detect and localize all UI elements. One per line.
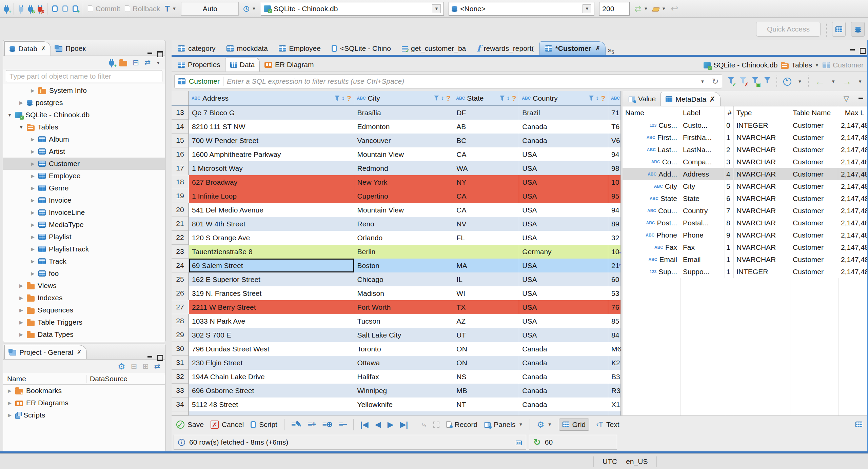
cell-address[interactable]: 162 E Superior Street <box>189 272 354 286</box>
cell-state[interactable]: ON <box>453 356 519 370</box>
metadata-row-fax[interactable]: ABCFaxFax1NVARCHARCustomer2,147,483 <box>623 241 867 253</box>
row-number[interactable]: 23 <box>172 245 189 259</box>
row-number[interactable]: 14 <box>172 120 189 134</box>
tree-item-sqlite-chinook-db[interactable]: ▼SQLite - Chinook.db <box>3 109 165 121</box>
metadata-type[interactable]: NVARCHAR <box>734 217 790 229</box>
metadata-row-lastna[interactable]: ABCLast...LastNa...2NVARCHARCustomer2,14… <box>623 144 867 156</box>
metadata-max-length[interactable]: 2,147,483 <box>838 205 867 217</box>
row-number[interactable]: 27 <box>172 300 189 314</box>
metadata-type[interactable]: INTEGER <box>734 266 790 278</box>
dbeaver-perspective-button[interactable] <box>851 22 865 37</box>
metadata-name[interactable]: ABCState <box>623 192 680 205</box>
metadata-table-name[interactable]: Customer <box>790 131 838 144</box>
cell-city[interactable]: Tucson <box>354 314 454 328</box>
new-sql-script-icon[interactable]: + <box>73 5 78 12</box>
cell-extra[interactable]: V6 <box>608 134 620 147</box>
navigator-filter-input[interactable]: Type part of object name to filter <box>6 70 162 82</box>
cell-state[interactable]: AB <box>453 120 519 134</box>
cell-extra[interactable]: 84 <box>608 328 620 342</box>
tab-database-navigator[interactable]: Datab ✗ <box>4 41 51 56</box>
metadata-table-name[interactable]: Customer <box>790 241 838 253</box>
custom-filter-icon[interactable] <box>764 77 770 85</box>
metadata-name[interactable]: ABCCo... <box>623 156 680 168</box>
metadata-name[interactable]: ABCAdd... <box>623 168 680 180</box>
metadata-max-length[interactable]: 2,147,483 <box>838 131 867 144</box>
cell-state[interactable] <box>453 245 519 259</box>
metadata-max-length[interactable]: 2,147,483 <box>838 144 867 156</box>
filter-funnel-icon[interactable] <box>434 96 439 101</box>
cell-city[interactable]: Reno <box>354 217 454 231</box>
tree-item-employee[interactable]: ▶Employee <box>3 170 165 182</box>
tab-value[interactable]: Value <box>624 92 660 106</box>
cell-city[interactable]: Cupertino <box>354 189 454 203</box>
tree-item-playlist[interactable]: ▶Playlist <box>3 231 165 243</box>
cell[interactable] <box>189 411 354 415</box>
cell-city[interactable]: Berlin <box>354 245 454 259</box>
rollback-button[interactable]: Rollback <box>125 5 160 13</box>
metadata-label[interactable]: Postal... <box>680 217 725 229</box>
metadata-row-city[interactable]: ABCCityCity5NVARCHARCustomer2,147,483 <box>623 180 867 192</box>
metadata-name[interactable]: ABCPhone <box>623 229 680 241</box>
metadata-type[interactable]: NVARCHAR <box>734 180 790 192</box>
cell-country[interactable]: USA <box>519 161 608 175</box>
metadata-name[interactable]: ABCCity <box>623 180 680 192</box>
expand-arrow-icon[interactable]: ▶ <box>30 246 35 252</box>
metadata-type[interactable]: NVARCHAR <box>734 205 790 217</box>
column-header-name[interactable]: Name <box>3 375 86 383</box>
cell-city[interactable]: Madison <box>354 286 454 300</box>
cell-city[interactable]: Orlando <box>354 231 454 245</box>
tab-projects[interactable]: Проек <box>51 41 90 56</box>
minimize-icon[interactable] <box>147 355 153 359</box>
metadata-row-phone[interactable]: ABCPhonePhone9NVARCHARCustomer2,147,483 <box>623 229 867 241</box>
cell-address[interactable]: 696 Osborne Street <box>189 384 354 397</box>
cell-address[interactable]: 627 Broadway <box>189 175 354 189</box>
metadata-label[interactable]: State <box>680 192 725 205</box>
metadata-type[interactable]: NVARCHAR <box>734 131 790 144</box>
tree-item-customer[interactable]: ▶Customer <box>3 158 165 170</box>
fetch-size-input[interactable]: 200 <box>599 2 630 16</box>
editor-tab-customer[interactable]: *Customer✗ <box>539 41 606 55</box>
metadata-ordinal[interactable]: 7 <box>725 205 734 217</box>
cell-address[interactable]: 700 W Pender Street <box>189 134 354 147</box>
expand-arrow-icon[interactable]: ▶ <box>30 149 35 154</box>
cell-extra[interactable]: 10 <box>608 175 620 189</box>
cell-city[interactable]: Mountain View <box>354 147 454 161</box>
cell-address[interactable]: 319 N. Frances Street <box>189 286 354 300</box>
column-header-address[interactable]: ABCAddress↕? <box>189 91 354 106</box>
minimize-icon[interactable] <box>147 52 153 56</box>
metadata-max-length[interactable]: 2,147,483 <box>838 253 867 266</box>
metadata-name[interactable]: 123Sup... <box>623 266 680 278</box>
column-header-country[interactable]: ABCCountry↕? <box>519 91 608 106</box>
expand-arrow-icon[interactable]: ▶ <box>30 210 35 215</box>
sort-icon[interactable]: ↕ <box>342 95 345 102</box>
maximize-icon[interactable] <box>157 355 162 359</box>
connection-combo[interactable]: SQLite - Chinook.db ▼ <box>261 2 444 16</box>
cell-extra[interactable]: 53 <box>608 286 620 300</box>
row-number[interactable]: 30 <box>172 342 189 356</box>
view-menu-icon[interactable]: ▼ <box>156 60 160 65</box>
cell-extra[interactable]: 94 <box>608 147 620 161</box>
metadata-row-state[interactable]: ABCStateState6NVARCHARCustomer2,147,483 <box>623 192 867 205</box>
tree-item-playlisttrack[interactable]: ▶PlaylistTrack <box>3 243 165 255</box>
metadata-ordinal[interactable]: 0 <box>725 119 734 131</box>
reconnect-icon[interactable]: ↻ <box>28 7 33 12</box>
cell-country[interactable]: Brazil <box>519 106 608 120</box>
collapse-right-icon[interactable]: ▸ <box>619 262 621 267</box>
metadata-ordinal[interactable]: 1 <box>725 253 734 266</box>
metadata-name[interactable]: ABCLast... <box>623 144 680 156</box>
cell-city[interactable]: New York <box>354 175 454 189</box>
metadata-label[interactable]: Address <box>680 168 725 180</box>
row-number[interactable]: 32 <box>172 370 189 384</box>
project-item-bookmarks[interactable]: ▶Bookmarks <box>3 385 165 397</box>
metadata-label[interactable]: City <box>680 180 725 192</box>
metadata-name[interactable]: 123Cus... <box>623 119 680 131</box>
column-hint-icon[interactable]: ? <box>512 94 516 102</box>
cell-state[interactable]: CA <box>453 189 519 203</box>
tree-item-artist[interactable]: ▶Artist <box>3 145 165 158</box>
cell[interactable] <box>453 411 519 415</box>
new-sql-editor-icon[interactable] <box>52 5 58 12</box>
column-hint-icon[interactable]: ? <box>601 94 605 102</box>
metadata-max-length[interactable]: 2,147,483 <box>838 168 867 180</box>
tree-item-tables[interactable]: ▼Tables <box>3 121 165 133</box>
tree-item-album[interactable]: ▶Album <box>3 133 165 145</box>
